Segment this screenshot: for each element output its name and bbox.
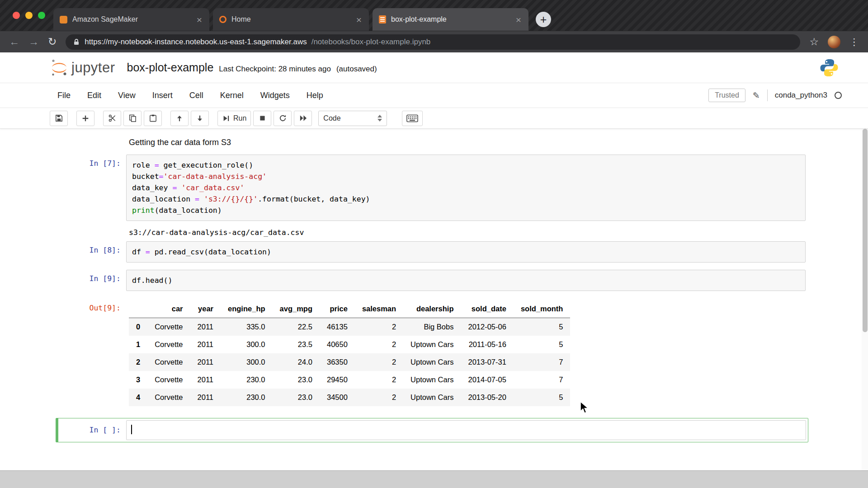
kernel-idle-icon bbox=[835, 92, 842, 99]
code-cell-9[interactable]: In [9]: df.head() bbox=[58, 270, 806, 291]
column-header: year bbox=[190, 300, 221, 318]
add-cell-button[interactable] bbox=[76, 111, 94, 126]
scrollbar-track[interactable] bbox=[862, 129, 868, 470]
url-domain: https://my-notebook-instance.notebook.us… bbox=[85, 38, 307, 47]
table-cell: 2011 bbox=[190, 371, 221, 389]
jupyter-logo[interactable]: jupyter bbox=[50, 58, 115, 77]
profile-avatar[interactable] bbox=[828, 36, 840, 48]
jupyter-favicon bbox=[219, 16, 226, 23]
browser-window: Amazon SageMaker × Home × box-plot-examp… bbox=[0, 0, 868, 488]
bottom-strip bbox=[0, 470, 868, 488]
table-cell: 230.0 bbox=[221, 389, 273, 406]
table-cell: 23.0 bbox=[273, 371, 320, 389]
close-tab-icon[interactable]: × bbox=[355, 15, 363, 24]
blank-prompt bbox=[58, 221, 126, 238]
close-tab-icon[interactable]: × bbox=[196, 15, 203, 24]
restart-kernel-button[interactable] bbox=[274, 111, 292, 126]
edit-pencil-icon[interactable]: ✎ bbox=[753, 90, 760, 101]
table-cell: Corvette bbox=[147, 336, 190, 353]
table-row: 0Corvette2011335.022.5461352Big Bobs2012… bbox=[129, 318, 570, 336]
table-row: 3Corvette2011230.023.0294502Uptown Cars2… bbox=[129, 371, 570, 389]
menu-cell[interactable]: Cell bbox=[189, 91, 203, 100]
kernel-name[interactable]: conda_python3 bbox=[775, 91, 827, 100]
reload-icon[interactable]: ↻ bbox=[48, 37, 57, 47]
table-cell: 40650 bbox=[320, 336, 355, 353]
menu-widgets[interactable]: Widgets bbox=[260, 91, 290, 100]
table-cell: Corvette bbox=[147, 318, 190, 336]
cell-type-select[interactable]: Code bbox=[318, 111, 387, 126]
cut-cell-button[interactable] bbox=[103, 111, 121, 126]
table-cell: Corvette bbox=[147, 389, 190, 406]
move-cell-down-button[interactable] bbox=[191, 111, 209, 126]
code-input[interactable]: role = get_execution_role()bucket='car-d… bbox=[126, 155, 806, 221]
run-cell-button[interactable]: Run bbox=[217, 111, 251, 126]
forward-icon[interactable]: → bbox=[28, 37, 39, 47]
scrollbar-thumb[interactable] bbox=[863, 129, 868, 332]
table-cell: 7 bbox=[514, 353, 571, 371]
row-index: 3 bbox=[129, 371, 147, 389]
menu-file[interactable]: File bbox=[57, 91, 71, 100]
close-tab-icon[interactable]: × bbox=[515, 15, 522, 24]
copy-cell-button[interactable] bbox=[123, 111, 142, 126]
menu-view[interactable]: View bbox=[118, 91, 136, 100]
new-tab-button[interactable]: + bbox=[536, 12, 551, 27]
code-input-empty[interactable] bbox=[126, 420, 806, 440]
notebook-toolbar: Run Code bbox=[0, 108, 868, 129]
code-line: df.head() bbox=[132, 275, 800, 286]
table-cell: 335.0 bbox=[221, 318, 273, 336]
column-header: sold_date bbox=[461, 300, 513, 318]
notebook-content: Getting the car data form S3 In [7]: rol… bbox=[0, 129, 868, 470]
notebook-menubar: FileEditViewInsertCellKernelWidgetsHelp … bbox=[0, 83, 868, 108]
address-bar[interactable]: https://my-notebook-instance.notebook.us… bbox=[66, 34, 800, 50]
column-header: car bbox=[147, 300, 190, 318]
table-cell: 2011 bbox=[190, 318, 221, 336]
table-cell: 22.5 bbox=[273, 318, 320, 336]
code-cell-8[interactable]: In [8]: df = pd.read_csv(data_location) bbox=[58, 241, 806, 263]
table-cell: 2 bbox=[355, 353, 403, 371]
table-cell: 23.0 bbox=[273, 389, 320, 406]
tab-amazon-sagemaker[interactable]: Amazon SageMaker × bbox=[53, 8, 209, 31]
window-minimize-button[interactable] bbox=[25, 12, 33, 19]
input-prompt: In [ ]: bbox=[60, 420, 126, 440]
column-header: sold_month bbox=[514, 300, 571, 318]
code-input[interactable]: df.head() bbox=[126, 270, 806, 291]
browser-menu-icon[interactable]: ⋮ bbox=[849, 37, 859, 47]
paste-cell-button[interactable] bbox=[144, 111, 162, 126]
menu-kernel[interactable]: Kernel bbox=[220, 91, 244, 100]
restart-run-all-button[interactable] bbox=[294, 111, 312, 126]
notebook-title[interactable]: box-plot-example bbox=[127, 61, 214, 74]
window-close-button[interactable] bbox=[13, 12, 20, 19]
row-index: 0 bbox=[129, 318, 147, 336]
input-prompt: In [9]: bbox=[58, 270, 126, 291]
column-header: dealership bbox=[403, 300, 461, 318]
empty-code-cell-selected[interactable]: In [ ]: bbox=[56, 418, 808, 442]
markdown-cell[interactable]: Getting the car data form S3 bbox=[129, 138, 799, 147]
table-cell: 2 bbox=[355, 371, 403, 389]
notebook-file-icon bbox=[379, 15, 386, 23]
browser-tab-strip: Amazon SageMaker × Home × box-plot-examp… bbox=[0, 0, 868, 31]
back-icon[interactable]: ← bbox=[9, 37, 19, 47]
code-cell-7[interactable]: In [7]: role = get_execution_role()bucke… bbox=[58, 155, 806, 221]
python-kernel-logo bbox=[819, 58, 839, 78]
table-row: 1Corvette2011300.023.5406502Uptown Cars2… bbox=[129, 336, 570, 353]
bookmark-star-icon[interactable]: ☆ bbox=[809, 37, 819, 47]
tab-home[interactable]: Home × bbox=[213, 8, 369, 31]
window-zoom-button[interactable] bbox=[38, 12, 45, 19]
table-cell: 23.5 bbox=[273, 336, 320, 353]
move-cell-up-button[interactable] bbox=[170, 111, 189, 126]
table-cell: Uptown Cars bbox=[403, 389, 461, 406]
tab-box-plot-example[interactable]: box-plot-example × bbox=[373, 8, 528, 31]
dataframe-table: caryearengine_hpavg_mpgpricesalesmandeal… bbox=[129, 300, 570, 406]
command-palette-button[interactable] bbox=[402, 111, 423, 126]
trusted-badge[interactable]: Trusted bbox=[708, 89, 745, 102]
menu-edit[interactable]: Edit bbox=[87, 91, 101, 100]
table-cell: 2011-05-16 bbox=[461, 336, 513, 353]
save-button[interactable] bbox=[50, 111, 68, 126]
code-input[interactable]: df = pd.read_csv(data_location) bbox=[126, 241, 806, 263]
table-cell: Big Bobs bbox=[403, 318, 461, 336]
table-cell: Uptown Cars bbox=[403, 353, 461, 371]
menu-insert[interactable]: Insert bbox=[152, 91, 173, 100]
menu-help[interactable]: Help bbox=[307, 91, 323, 100]
interrupt-kernel-button[interactable] bbox=[253, 111, 271, 126]
table-cell: 34500 bbox=[320, 389, 355, 406]
